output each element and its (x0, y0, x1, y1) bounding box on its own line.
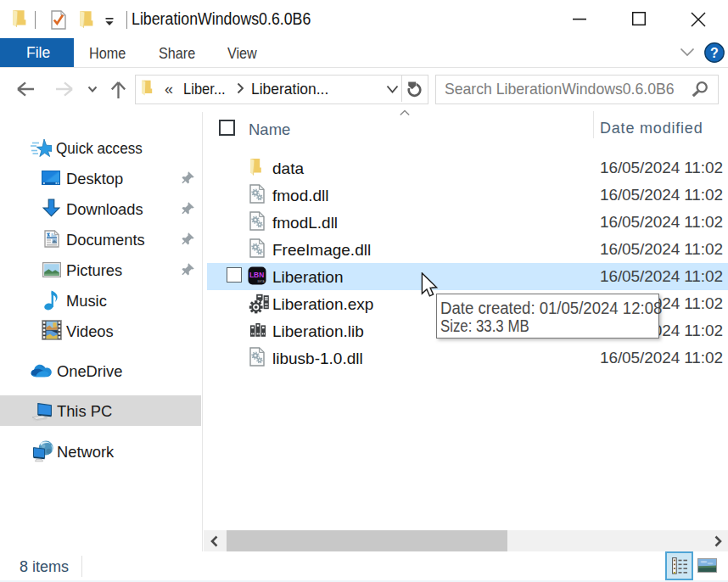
svg-text:BETA: BETA (258, 280, 266, 283)
svg-text:LBN: LBN (249, 271, 264, 279)
svg-text:?: ? (710, 46, 719, 60)
